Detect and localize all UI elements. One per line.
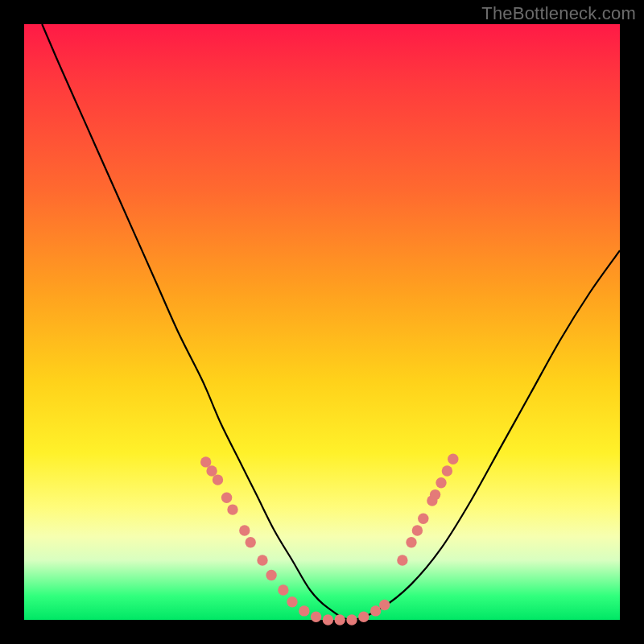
- chart-point: [436, 477, 446, 488]
- chart-curve: [42, 24, 620, 620]
- chart-point: [379, 600, 390, 610]
- chart-point: [227, 504, 237, 514]
- chart-point: [221, 493, 232, 503]
- chart-plot-area: [24, 24, 620, 620]
- chart-point: [442, 465, 452, 476]
- chart-point: [323, 614, 333, 625]
- chart-point: [311, 612, 321, 622]
- chart-point: [206, 465, 217, 476]
- chart-point: [335, 614, 345, 625]
- chart-point: [358, 612, 369, 622]
- chart-point: [346, 614, 357, 625]
- chart-point: [246, 537, 256, 547]
- chart-point: [299, 605, 309, 616]
- chart-point: [418, 514, 428, 524]
- chart-point: [257, 555, 267, 565]
- chart-point: [266, 570, 276, 580]
- chart-point: [397, 555, 407, 565]
- chart-point: [412, 525, 423, 535]
- chart-overlay: [24, 24, 620, 620]
- chart-point: [406, 537, 416, 547]
- watermark-text: TheBottleneck.com: [481, 3, 636, 24]
- chart-point: [278, 584, 288, 595]
- chart-point: [430, 489, 440, 500]
- chart-point: [213, 474, 223, 485]
- chart-point: [200, 456, 211, 467]
- chart-frame: TheBottleneck.com: [0, 0, 644, 644]
- chart-point: [287, 597, 297, 607]
- chart-point: [448, 454, 458, 464]
- chart-points: [200, 454, 459, 625]
- chart-point: [239, 525, 250, 535]
- chart-point: [370, 605, 381, 616]
